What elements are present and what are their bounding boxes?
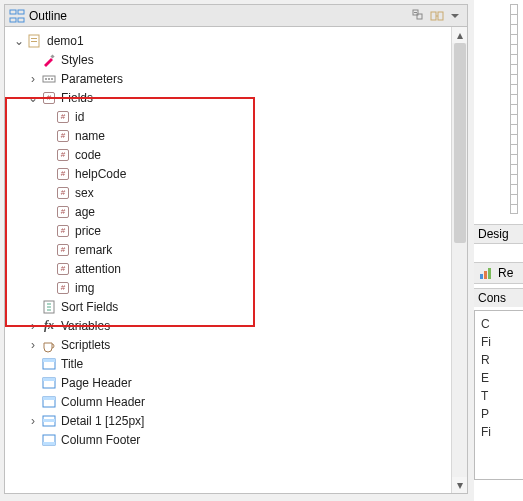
tree-node-columnheader[interactable]: Column Header <box>9 392 467 411</box>
tree-label: Detail 1 [125px] <box>61 414 144 428</box>
tree-label: demo1 <box>47 34 84 48</box>
field-icon: # <box>55 280 71 296</box>
field-icon: # <box>55 128 71 144</box>
field-icon: # <box>55 147 71 163</box>
tree-node-field[interactable]: #code <box>9 145 467 164</box>
link-editor-icon[interactable] <box>429 8 445 24</box>
tree-label: age <box>75 205 95 219</box>
variables-icon: fx <box>41 318 57 334</box>
svg-point-16 <box>48 78 50 80</box>
styles-icon <box>41 52 57 68</box>
tree-node-field[interactable]: #name <box>9 126 467 145</box>
list-item[interactable]: Fi <box>475 333 523 351</box>
tree-label: Title <box>61 357 83 371</box>
tree-label: name <box>75 129 105 143</box>
svg-rect-3 <box>18 18 24 22</box>
view-menu-icon[interactable] <box>447 8 463 24</box>
svg-rect-24 <box>43 397 55 400</box>
tree-node-variables[interactable]: › fx Variables <box>9 316 467 335</box>
parameters-icon <box>41 71 57 87</box>
report-icon <box>27 33 43 49</box>
field-icon: # <box>55 261 71 277</box>
tree-label: price <box>75 224 101 238</box>
tree-node-field[interactable]: #age <box>9 202 467 221</box>
svg-rect-30 <box>484 271 487 279</box>
field-icon: # <box>55 185 71 201</box>
svg-rect-13 <box>50 54 54 58</box>
list-item[interactable]: R <box>475 351 523 369</box>
field-icon: # <box>55 204 71 220</box>
band-icon <box>41 356 57 372</box>
tree-node-field[interactable]: #img <box>9 278 467 297</box>
field-icon: # <box>55 166 71 182</box>
right-panel-strip: Desig Re Cons C Fi R E T P Fi <box>474 0 523 501</box>
expand-icon[interactable]: ⌄ <box>13 35 25 47</box>
svg-rect-28 <box>43 442 55 445</box>
tree-label: img <box>75 281 94 295</box>
outline-title: Outline <box>29 9 67 23</box>
svg-point-15 <box>45 78 47 80</box>
tree-node-styles[interactable]: Styles <box>9 50 467 69</box>
svg-rect-1 <box>18 10 24 14</box>
field-icon: # <box>55 109 71 125</box>
tree-label: Sort Fields <box>61 300 118 314</box>
console-tab[interactable]: Cons <box>474 288 523 307</box>
band-icon <box>41 413 57 429</box>
list-item[interactable]: C <box>475 315 523 333</box>
tree-label: helpCode <box>75 167 126 181</box>
outline-icon <box>9 8 25 24</box>
expand-icon[interactable]: › <box>27 320 39 332</box>
tree-node-field[interactable]: #sex <box>9 183 467 202</box>
collapse-all-icon[interactable] <box>411 8 427 24</box>
list-item[interactable]: Fi <box>475 423 523 441</box>
tree-label: Parameters <box>61 72 123 86</box>
tree-node-scriptlets[interactable]: › Scriptlets <box>9 335 467 354</box>
scroll-thumb[interactable] <box>454 43 466 243</box>
tree-label: Column Header <box>61 395 145 409</box>
expand-icon[interactable]: › <box>27 415 39 427</box>
scrollbar[interactable]: ▴ ▾ <box>451 27 467 493</box>
tree-label: sex <box>75 186 94 200</box>
tree-node-fields[interactable]: ⌄ # Fields <box>9 88 467 107</box>
sort-icon <box>41 299 57 315</box>
svg-rect-11 <box>31 38 37 39</box>
list-item[interactable]: T <box>475 387 523 405</box>
svg-rect-22 <box>43 378 55 381</box>
svg-rect-8 <box>438 12 443 20</box>
tree-node-detail[interactable]: › Detail 1 [125px] <box>9 411 467 430</box>
expand-icon[interactable]: ⌄ <box>27 92 39 104</box>
scriptlets-icon <box>41 337 57 353</box>
list-item[interactable]: E <box>475 369 523 387</box>
tree-label: Scriptlets <box>61 338 110 352</box>
list-item[interactable]: P <box>475 405 523 423</box>
tree-node-field[interactable]: #id <box>9 107 467 126</box>
tree-label: remark <box>75 243 112 257</box>
tree-label: Variables <box>61 319 110 333</box>
tree-label: Column Footer <box>61 433 140 447</box>
right-list: C Fi R E T P Fi <box>474 310 523 480</box>
expand-icon[interactable]: › <box>27 73 39 85</box>
tree-node-parameters[interactable]: › Parameters <box>9 69 467 88</box>
band-icon <box>41 375 57 391</box>
tree-node-field[interactable]: #remark <box>9 240 467 259</box>
expand-icon[interactable]: › <box>27 339 39 351</box>
scroll-down-icon[interactable]: ▾ <box>452 477 467 493</box>
outline-toolbar: Outline <box>5 5 467 27</box>
tree-node-root[interactable]: ⌄ demo1 <box>9 31 467 50</box>
scroll-up-icon[interactable]: ▴ <box>452 27 467 43</box>
outline-panel: Outline ⌄ demo1 Styles › Parameters ⌄ # … <box>4 4 468 494</box>
tree-node-field[interactable]: #attention <box>9 259 467 278</box>
tree-node-pageheader[interactable]: Page Header <box>9 373 467 392</box>
tree-label: code <box>75 148 101 162</box>
tree-node-title[interactable]: Title <box>9 354 467 373</box>
outline-tree[interactable]: ⌄ demo1 Styles › Parameters ⌄ # Fields #… <box>5 27 467 493</box>
tree-label: id <box>75 110 84 124</box>
tree-node-columnfooter[interactable]: Column Footer <box>9 430 467 449</box>
designer-tab[interactable]: Desig <box>474 224 523 244</box>
tree-node-field[interactable]: #helpCode <box>9 164 467 183</box>
report-tab[interactable]: Re <box>474 262 523 284</box>
svg-rect-2 <box>10 18 16 22</box>
tree-node-field[interactable]: #price <box>9 221 467 240</box>
tree-node-sortfields[interactable]: Sort Fields <box>9 297 467 316</box>
svg-rect-12 <box>31 41 37 42</box>
